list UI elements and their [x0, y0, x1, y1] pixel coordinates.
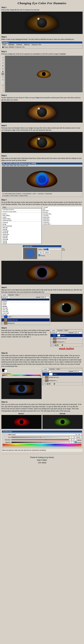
- filter-artistic[interactable]: Artistic ▶: [2, 222, 41, 224]
- filter-render[interactable]: Render ▶: [2, 232, 41, 234]
- blend-mode-dropdown[interactable]: Normal ▼: [2, 296, 10, 298]
- filter-video[interactable]: Video ▶: [2, 240, 41, 242]
- filter-blur[interactable]: Blur ▶: [2, 224, 41, 225]
- filter-texture[interactable]: Texture ▶: [2, 238, 41, 240]
- blend-soft-light[interactable]: Soft Light: [2, 307, 49, 309]
- opacity-9[interactable]: 100% ▼: [74, 332, 82, 334]
- bg-color[interactable]: [4, 370, 7, 373]
- blur-blur-more[interactable]: Blur More: [43, 210, 82, 212]
- layers-tab-9[interactable]: Layers: [51, 330, 56, 332]
- colorize-label[interactable]: Colorize: [75, 440, 81, 441]
- blur-ok-button[interactable]: OK: [38, 251, 43, 254]
- channels-tab-9[interactable]: Channels: [56, 330, 63, 332]
- menu-highlights[interactable]: Shadows: [16, 44, 23, 46]
- paths-tab-9[interactable]: Paths: [63, 330, 69, 332]
- blur-box[interactable]: Box Blur...: [43, 212, 82, 213]
- radius-slider[interactable]: [43, 248, 61, 250]
- menu-filter-2[interactable]: Filter: [14, 165, 17, 166]
- filter-other[interactable]: Other ▶: [2, 242, 41, 244]
- tool-eyedrop[interactable]: ✦: [2, 84, 4, 86]
- link-icon[interactable]: 🔗: [51, 344, 53, 346]
- paths-tab[interactable]: Paths: [15, 294, 20, 296]
- filter-distort[interactable]: Distort ▶: [2, 227, 41, 228]
- menu-select[interactable]: Select: [2, 44, 7, 46]
- blend-multiply[interactable]: Multiply: [2, 302, 49, 304]
- adjust-icon-10[interactable]: ◑: [47, 383, 48, 385]
- filter-sketch[interactable]: Sketch ▶: [2, 235, 41, 237]
- menu-window-2[interactable]: Window: [21, 165, 25, 166]
- colorize-checkbox[interactable]: [75, 439, 76, 441]
- preview-checkbox[interactable]: [38, 254, 40, 256]
- light-slider[interactable]: [12, 442, 69, 443]
- layer-vis-1-10[interactable]: [43, 374, 45, 375]
- layer-vis-bg-9[interactable]: [51, 341, 53, 342]
- menu-range[interactable]: Exposure: 25%: [31, 44, 42, 46]
- layer-row-1-9[interactable]: Layer 1: [51, 334, 82, 337]
- layer-row-bg-9[interactable]: Background 🔒: [51, 340, 82, 344]
- sat-slider[interactable]: [12, 439, 69, 440]
- blur-smart[interactable]: Smart Blur...: [43, 222, 82, 223]
- layer-row-bg-copy-10[interactable]: Background copy: [43, 376, 82, 379]
- preview-checkbox-2[interactable]: [75, 441, 76, 443]
- layer-visibility-bg-copy[interactable]: [2, 319, 4, 321]
- menu-midtones[interactable]: Midtones: [24, 44, 30, 46]
- mask-thumb-10[interactable]: [49, 373, 52, 376]
- group-icon-10[interactable]: 📁: [51, 383, 53, 385]
- styles-icon-10[interactable]: ƒ: [45, 383, 46, 385]
- opacity-value[interactable]: 100% ▼: [41, 296, 49, 298]
- blur-gaussian[interactable]: Gaussian Blur...: [43, 213, 82, 215]
- layer-vis-bg-copy-9[interactable]: [51, 338, 53, 340]
- layer-visibility-bg[interactable]: [2, 322, 4, 324]
- hue-slider[interactable]: [12, 437, 69, 438]
- blur-radial[interactable]: Radial Blur...: [43, 218, 82, 220]
- mask-btn-10[interactable]: ◯: [49, 383, 51, 385]
- filter-convert[interactable]: Convert for Smart Filters: [2, 211, 41, 212]
- filter-extract[interactable]: Extract...: [2, 213, 41, 215]
- tool-lasso[interactable]: ⌖: [2, 59, 4, 61]
- delete-icon[interactable]: 🗑: [62, 344, 63, 346]
- tool-crop[interactable]: ✂: [2, 62, 4, 64]
- styles-icon[interactable]: ƒ: [53, 344, 54, 346]
- blur-average[interactable]: Average: [43, 206, 82, 208]
- filter-brush-strokes[interactable]: Brush Strokes ▶: [2, 225, 41, 227]
- group-icon[interactable]: 📁: [59, 344, 61, 346]
- paths-tab-10[interactable]: Paths: [56, 368, 61, 370]
- blend-vivid-light[interactable]: Vivid Light: [2, 310, 49, 312]
- layer-row-1[interactable]: Layer 1: [2, 315, 50, 318]
- hue-sat-ok[interactable]: OK: [77, 434, 81, 436]
- filter-pattern-maker[interactable]: Pattern Maker...: [2, 218, 41, 220]
- tool-dodge[interactable]: ◑: [2, 73, 4, 75]
- layer-row-bg[interactable]: Background: [2, 322, 50, 325]
- menu-help-2[interactable]: Help: [26, 165, 28, 166]
- blend-pin-light[interactable]: Pin Light: [2, 314, 49, 315]
- light-value[interactable]: 0: [69, 441, 74, 443]
- tool-shape[interactable]: ⬜: [2, 81, 4, 84]
- tool-marquee[interactable]: ▭: [2, 56, 4, 58]
- blend-overlay[interactable]: Overlay: [2, 306, 49, 307]
- filter-menu-item[interactable]: Filter: [2, 206, 7, 208]
- tool-pen[interactable]: ✒: [2, 76, 4, 78]
- layer-vis-bg-10[interactable]: [43, 380, 45, 381]
- delete-icon-10[interactable]: 🗑: [54, 383, 55, 385]
- filter-noise[interactable]: Noise ▶: [2, 228, 41, 230]
- blur-surface[interactable]: Surface Blur...: [43, 223, 82, 225]
- link-icon-10[interactable]: 🔗: [43, 383, 45, 385]
- filter-last[interactable]: Last Filter Alt+Ctrl+F: [2, 209, 41, 210]
- opacity-10[interactable]: 100% ▼: [74, 370, 82, 372]
- filter-sharpen[interactable]: Sharpen ▶: [2, 234, 41, 235]
- channels-tab-10[interactable]: Channels: [48, 368, 56, 370]
- blend-linear-light[interactable]: Linear Light: [2, 312, 49, 314]
- filter-pixelate[interactable]: Pixelate ▶: [2, 230, 41, 232]
- layer-row-1-10[interactable]: Layer 1: [43, 373, 82, 376]
- menu-layer-2[interactable]: Layer: [6, 165, 9, 166]
- menu-image-2[interactable]: Image: [2, 165, 6, 166]
- blur-lens[interactable]: Lens Blur...: [43, 215, 82, 216]
- hue-sat-cancel[interactable]: Cancel: [75, 436, 81, 438]
- blend-mode-9[interactable]: Overlay ▼: [51, 332, 59, 334]
- layer-vis-bg-copy-10[interactable]: [43, 377, 45, 378]
- blur-motion[interactable]: Motion Blur...: [43, 216, 82, 218]
- blend-screen[interactable]: Screen: [2, 304, 49, 306]
- layer-row-bg-10[interactable]: Background 🔒: [43, 379, 82, 382]
- layers-tab-10[interactable]: Layers: [43, 368, 48, 370]
- blend-normal[interactable]: Normal: [2, 299, 49, 300]
